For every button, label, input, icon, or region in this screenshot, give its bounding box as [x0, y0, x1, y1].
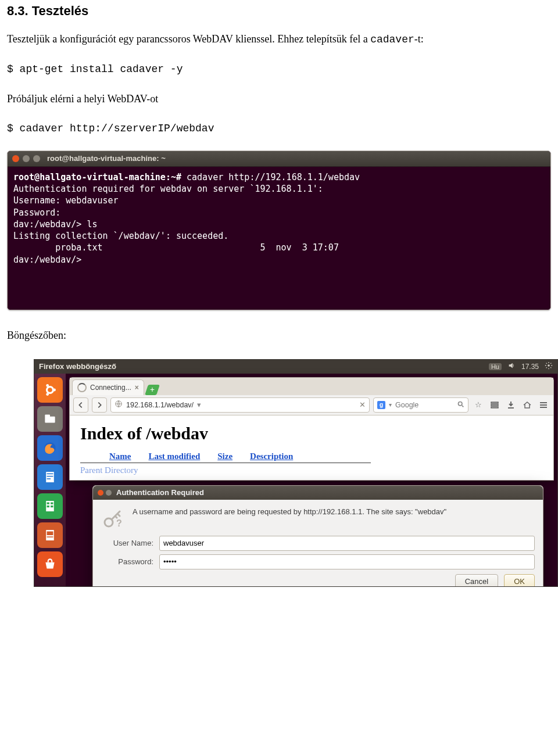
- forward-button[interactable]: [92, 397, 107, 413]
- back-button[interactable]: [73, 397, 88, 413]
- svg-point-0: [548, 364, 550, 367]
- search-go-icon[interactable]: [457, 400, 464, 410]
- site-identity-icon[interactable]: [115, 400, 123, 410]
- search-dropdown-icon[interactable]: ▾: [389, 402, 392, 408]
- dialog-expand-icon[interactable]: [106, 490, 112, 496]
- terminal-prompt: root@hallgato-virtual-machine:~#: [13, 172, 181, 182]
- intro-paragraph: Teszteljük a konfigurációt egy parancsso…: [7, 31, 551, 48]
- tab-label: Connecting...: [90, 384, 131, 392]
- terminal-body[interactable]: root@hallgato-virtual-machine:~# cadaver…: [8, 167, 550, 310]
- svg-rect-6: [45, 414, 50, 417]
- google-badge-icon[interactable]: g: [377, 401, 385, 409]
- svg-rect-26: [508, 407, 514, 409]
- new-tab-button[interactable]: +: [145, 385, 160, 395]
- close-icon[interactable]: [12, 155, 19, 162]
- browser-tab[interactable]: Connecting... ×: [72, 379, 144, 395]
- svg-rect-29: [540, 407, 547, 408]
- clock-indicator[interactable]: 17.35: [521, 363, 539, 371]
- firefox-tabstrip[interactable]: Connecting... × +: [70, 378, 553, 395]
- terminal-line: proba.txt 5 nov 3 17:07: [13, 242, 545, 253]
- url-text: 192.168.1.1/webdav/: [126, 401, 194, 409]
- terminal-line: dav:/webdav/> ls: [13, 218, 545, 230]
- password-label: Password:: [101, 557, 153, 566]
- cancel-button[interactable]: Cancel: [455, 574, 498, 587]
- home-icon[interactable]: [521, 399, 534, 411]
- clear-url-icon[interactable]: ✕: [359, 400, 366, 409]
- search-bar[interactable]: g ▾ Google: [373, 397, 468, 413]
- para-try-reach: Próbáljuk elérni a helyi WebDAV-ot: [7, 91, 551, 108]
- parent-directory-link[interactable]: Parent Directory: [80, 465, 543, 475]
- dialog-close-icon[interactable]: [98, 490, 103, 496]
- terminal-cmd: cadaver http://192.168.1.1/webdav: [181, 172, 360, 182]
- terminal-line: Password:: [13, 207, 545, 218]
- dash-icon[interactable]: [37, 377, 63, 403]
- auth-dialog: Authentication Required ? A username and…: [92, 485, 543, 587]
- calc-icon[interactable]: [37, 493, 63, 519]
- intro-text-2: -t:: [414, 33, 424, 45]
- svg-rect-14: [47, 502, 49, 504]
- dialog-titlebar[interactable]: Authentication Required: [93, 486, 543, 500]
- firefox-icon[interactable]: [37, 435, 63, 461]
- page-content: Index of /webdav Name Last modified Size…: [70, 415, 553, 480]
- impress-icon[interactable]: [37, 522, 63, 548]
- volume-indicator-icon[interactable]: [507, 361, 516, 371]
- ubuntu-desktop: Firefox webböngésző Hu 17.35: [34, 359, 558, 587]
- svg-rect-25: [491, 407, 498, 408]
- section-heading: 8.3. Tesztelés: [7, 3, 551, 19]
- terminal-window: root@hallgato-virtual-machine: ~ root@ha…: [7, 151, 551, 310]
- minimize-icon[interactable]: [23, 155, 30, 162]
- col-desc[interactable]: Description: [250, 452, 293, 461]
- svg-rect-23: [491, 402, 498, 403]
- intro-text-1: Teszteljük a konfigurációt egy parancsso…: [7, 33, 370, 45]
- top-menubar[interactable]: Firefox webböngésző Hu 17.35: [34, 360, 557, 374]
- command-install: $ apt-get install cadaver -y: [7, 63, 551, 75]
- svg-rect-16: [47, 506, 49, 507]
- tab-close-icon[interactable]: ×: [135, 384, 139, 392]
- col-size[interactable]: Size: [217, 452, 233, 461]
- dialog-message: A username and password are being reques…: [133, 507, 535, 517]
- terminal-title: root@hallgato-virtual-machine: ~: [47, 154, 166, 163]
- index-table-header: Name Last modified Size Description: [80, 452, 371, 463]
- unity-launcher[interactable]: [34, 374, 66, 586]
- terminal-titlebar[interactable]: root@hallgato-virtual-machine: ~: [8, 151, 550, 167]
- bookmarks-menu-icon[interactable]: [488, 399, 501, 411]
- svg-point-2: [53, 388, 56, 391]
- svg-text:?: ?: [116, 518, 122, 528]
- svg-rect-12: [47, 478, 51, 479]
- writer-icon[interactable]: [37, 464, 63, 490]
- svg-rect-5: [45, 416, 55, 422]
- svg-rect-27: [540, 402, 547, 403]
- index-heading: Index of /webdav: [80, 424, 543, 443]
- files-icon[interactable]: [37, 406, 63, 432]
- firefox-toolbar: 192.168.1.1/webdav/ ▾ ✕ g ▾ Google ☆: [70, 395, 553, 415]
- dropdown-arrow-icon[interactable]: ▾: [197, 400, 201, 409]
- command-cadaver: $ cadaver http://szerverIP/webdav: [7, 123, 551, 134]
- downloads-icon[interactable]: [505, 399, 517, 411]
- username-label: User Name:: [101, 539, 153, 547]
- svg-rect-8: [45, 471, 54, 483]
- username-input[interactable]: [159, 536, 535, 551]
- terminal-line: Listing collection `/webdav/': succeeded…: [13, 230, 545, 242]
- ok-button[interactable]: OK: [504, 574, 535, 587]
- svg-rect-15: [51, 502, 53, 504]
- svg-rect-24: [491, 404, 498, 406]
- col-name[interactable]: Name: [109, 452, 131, 461]
- cadaver-code: cadaver: [370, 34, 414, 45]
- key-question-icon: ?: [101, 507, 124, 530]
- password-input[interactable]: [159, 554, 535, 569]
- software-center-icon[interactable]: [37, 551, 63, 577]
- url-bar[interactable]: 192.168.1.1/webdav/ ▾ ✕: [110, 397, 370, 413]
- terminal-line: Authentication required for webdav on se…: [13, 183, 545, 195]
- keyboard-layout-indicator[interactable]: Hu: [489, 363, 502, 370]
- hamburger-menu-icon[interactable]: [537, 399, 550, 411]
- bookmark-star-icon[interactable]: ☆: [472, 399, 485, 411]
- maximize-icon[interactable]: [33, 155, 40, 162]
- dialog-title: Authentication Required: [116, 488, 204, 497]
- svg-rect-19: [47, 531, 53, 535]
- svg-rect-17: [51, 506, 53, 507]
- col-lastmod[interactable]: Last modified: [149, 452, 201, 461]
- system-gear-icon[interactable]: [545, 361, 553, 371]
- svg-rect-20: [47, 536, 53, 538]
- active-app-title: Firefox webböngésző: [39, 362, 116, 371]
- svg-point-4: [46, 393, 49, 396]
